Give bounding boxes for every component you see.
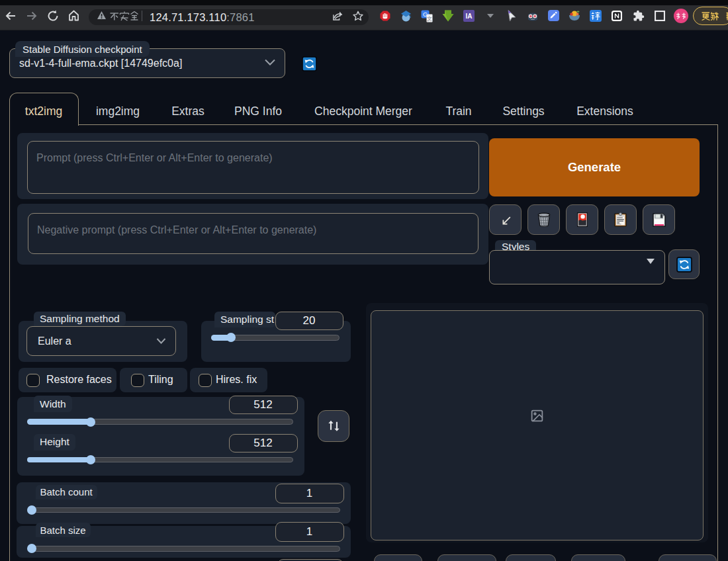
svg-text:IA: IA xyxy=(466,13,473,20)
svg-text:文: 文 xyxy=(427,16,432,22)
